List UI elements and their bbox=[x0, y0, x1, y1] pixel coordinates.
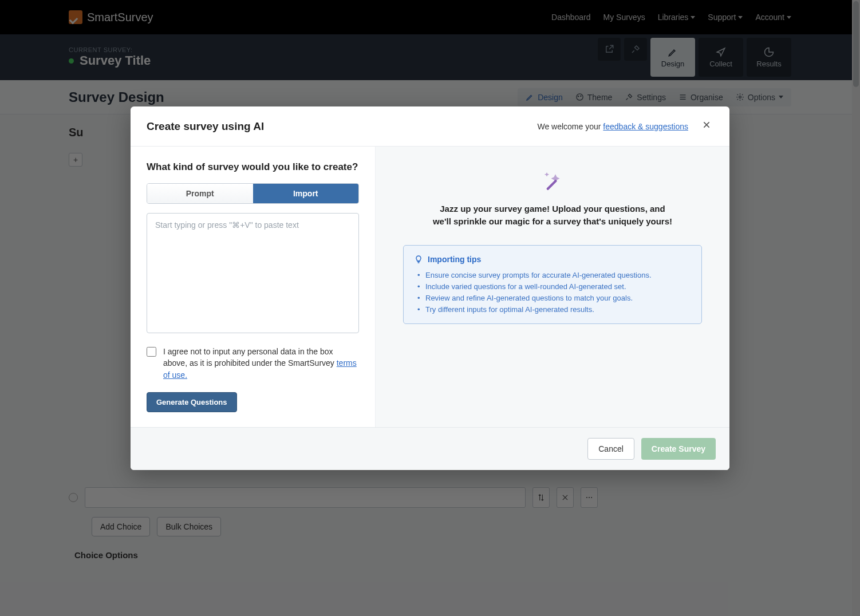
lightbulb-icon bbox=[414, 255, 423, 264]
tips-title: Importing tips bbox=[414, 255, 691, 264]
feedback-link[interactable]: feedback & suggestions bbox=[603, 122, 688, 131]
promo-text: Jazz up your survey game! Upload your qu… bbox=[432, 203, 673, 228]
consent-checkbox[interactable] bbox=[147, 347, 156, 357]
tip-item: Try different inputs for optimal AI-gene… bbox=[417, 304, 691, 315]
generate-questions-button[interactable]: Generate Questions bbox=[147, 392, 237, 412]
modal-footer: Cancel Create Survey bbox=[131, 427, 729, 470]
magic-wand-icon bbox=[403, 169, 702, 192]
modal-header: Create survey using AI We welcome your f… bbox=[131, 106, 729, 147]
tips-list: Ensure concise survey prompts for accura… bbox=[414, 270, 691, 316]
prompt-import-tabs: Prompt Import bbox=[147, 183, 359, 204]
tip-item: Include varied questions for a well-roun… bbox=[417, 281, 691, 293]
create-survey-button[interactable]: Create Survey bbox=[641, 438, 716, 460]
feedback-text: We welcome your feedback & suggestions bbox=[537, 122, 688, 131]
tip-item: Review and refine AI-generated questions… bbox=[417, 293, 691, 304]
survey-kind-heading: What kind of survey would you like to cr… bbox=[147, 161, 359, 173]
tip-item: Ensure concise survey prompts for accura… bbox=[417, 270, 691, 281]
create-ai-survey-modal: Create survey using AI We welcome your f… bbox=[131, 106, 729, 470]
modal-right-panel: Jazz up your survey game! Upload your qu… bbox=[376, 147, 729, 427]
importing-tips-box: Importing tips Ensure concise survey pro… bbox=[403, 245, 702, 325]
tab-import[interactable]: Import bbox=[253, 184, 359, 203]
modal-left-panel: What kind of survey would you like to cr… bbox=[131, 147, 376, 427]
modal-overlay: Create survey using AI We welcome your f… bbox=[0, 0, 860, 616]
import-textarea[interactable] bbox=[147, 213, 359, 333]
modal-title: Create survey using AI bbox=[147, 120, 264, 133]
svg-rect-7 bbox=[546, 179, 557, 190]
tab-prompt[interactable]: Prompt bbox=[147, 184, 253, 203]
close-icon bbox=[702, 120, 711, 129]
modal-body: What kind of survey would you like to cr… bbox=[131, 147, 729, 427]
cancel-button[interactable]: Cancel bbox=[587, 438, 634, 460]
consent-row: I agree not to input any personal data i… bbox=[147, 346, 359, 381]
consent-text: I agree not to input any personal data i… bbox=[163, 346, 359, 381]
close-modal-button[interactable] bbox=[700, 118, 713, 135]
